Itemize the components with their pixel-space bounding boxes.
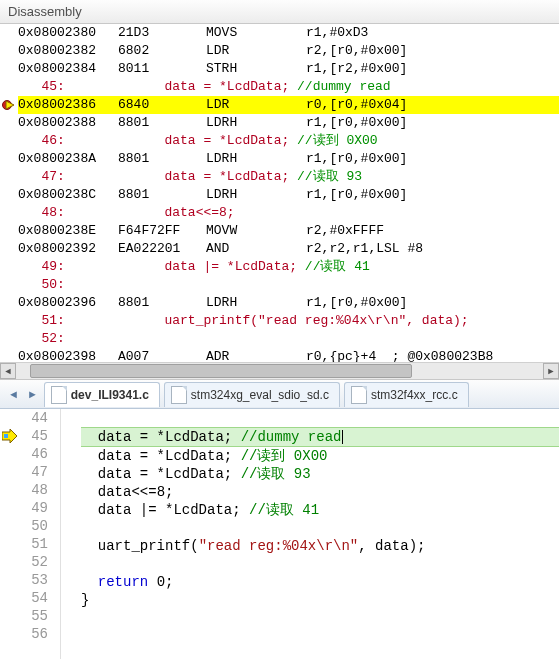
disasm-mnemonic: LDRH [206, 150, 306, 168]
disasm-operands: r1,[r0,#0x00] [306, 187, 407, 202]
disassembly-panel: 0x0800238021D3MOVSr1,#0xD30x080023826802… [0, 24, 559, 380]
disasm-src-line: 51: [41, 312, 125, 330]
code-line[interactable] [81, 555, 559, 573]
line-number: 47 [0, 463, 48, 481]
horizontal-scrollbar[interactable]: ◄ ► [0, 362, 559, 379]
disasm-src-line: 47: [41, 168, 125, 186]
code-line[interactable]: data = *LcdData; //读取 93 [81, 465, 559, 483]
disasm-operands: r1,[r0,#0x00] [306, 115, 407, 130]
disasm-operands: r1,#0xD3 [306, 25, 368, 40]
disasm-row[interactable]: 47: data = *LcdData; //读取 93 [18, 168, 559, 186]
line-number: 55 [0, 607, 48, 625]
code-line[interactable]: } [81, 591, 559, 609]
disasm-row[interactable]: 45: data = *LcdData; //dummy read [18, 78, 559, 96]
scroll-left-button[interactable]: ◄ [0, 363, 16, 379]
disasm-row[interactable]: 0x0800238EF64F72FFMOVWr2,#0xFFFF [18, 222, 559, 240]
code-line[interactable]: data<<=8; [81, 483, 559, 501]
disasm-row[interactable]: 52: [18, 330, 559, 348]
scroll-right-button[interactable]: ► [543, 363, 559, 379]
scroll-thumb[interactable] [30, 364, 412, 378]
code-line[interactable] [81, 519, 559, 537]
disasm-src-text: data = *LcdData; //读取 93 [164, 169, 362, 184]
line-number: 52 [0, 553, 48, 571]
disasm-row[interactable]: 0x080023888801LDRHr1,[r0,#0x00] [18, 114, 559, 132]
disasm-address: 0x08002388 [18, 114, 118, 132]
line-number: 51 [0, 535, 48, 553]
tab-stm32f4xx_rcc-c[interactable]: stm32f4xx_rcc.c [344, 382, 469, 407]
disasm-hex: EA022201 [118, 240, 206, 258]
disasm-row[interactable]: 49: data |= *LcdData; //读取 41 [18, 258, 559, 276]
disasm-row[interactable]: 48: data<<=8; [18, 204, 559, 222]
disasm-address: 0x08002384 [18, 60, 118, 78]
disasm-row[interactable]: 51: uart_printf("read reg:%04x\r\n", dat… [18, 312, 559, 330]
disasm-row[interactable]: 0x0800238021D3MOVSr1,#0xD3 [18, 24, 559, 42]
disasm-hex: 21D3 [118, 24, 206, 42]
disasm-src-line: 48: [41, 204, 125, 222]
disasm-row[interactable]: 50: [18, 276, 559, 294]
disasm-row[interactable]: 0x080023968801LDRHr1,[r0,#0x00] [18, 294, 559, 312]
disasm-mnemonic: MOVS [206, 24, 306, 42]
disasm-address: 0x08002386 [18, 96, 118, 114]
disasm-operands: r1,[r0,#0x00] [306, 151, 407, 166]
code-line[interactable] [81, 409, 559, 427]
file-icon [171, 386, 187, 404]
line-number: 48 [0, 481, 48, 499]
line-number: 56 [0, 625, 48, 643]
editor-code[interactable]: data = *LcdData; //dummy read data = *Lc… [61, 409, 559, 659]
disasm-operands: r0,[r0,#0x04] [306, 97, 407, 112]
disasm-src-text: data = *LcdData; //读到 0X00 [164, 133, 377, 148]
disasm-row[interactable]: 0x080023848011STRHr1,[r2,#0x00] [18, 60, 559, 78]
disasm-row[interactable]: 0x08002392EA022201ANDr2,r2,r1,LSL #8 [18, 240, 559, 258]
disasm-row[interactable]: 0x0800238A8801LDRHr1,[r0,#0x00] [18, 150, 559, 168]
disassembly-panel-title: Disassembly [0, 0, 559, 24]
disasm-row[interactable]: 0x080023866840LDRr0,[r0,#0x04] [18, 96, 559, 114]
tab-dev_ili9341-c[interactable]: dev_ILI9341.c [44, 382, 160, 407]
code-line[interactable]: data = *LcdData; //读到 0X00 [81, 447, 559, 465]
disasm-row[interactable]: 0x0800238C8801LDRHr1,[r0,#0x00] [18, 186, 559, 204]
disasm-mnemonic: STRH [206, 60, 306, 78]
code-line[interactable] [81, 627, 559, 645]
code-line[interactable]: data = *LcdData; //dummy read [81, 427, 559, 447]
disasm-hex: 8801 [118, 294, 206, 312]
line-number: 46 [0, 445, 48, 463]
disasm-hex: 8801 [118, 150, 206, 168]
file-icon [51, 386, 67, 404]
disasm-mnemonic: LDRH [206, 294, 306, 312]
disasm-row[interactable]: 0x080023826802LDRr2,[r0,#0x00] [18, 42, 559, 60]
disasm-address: 0x0800238A [18, 150, 118, 168]
disasm-address: 0x0800238E [18, 222, 118, 240]
code-line[interactable]: return 0; [81, 573, 559, 591]
disasm-src-line: 45: [41, 78, 125, 96]
line-number: 49 [0, 499, 48, 517]
code-line[interactable]: data |= *LcdData; //读取 41 [81, 501, 559, 519]
disasm-operands: r1,[r2,#0x00] [306, 61, 407, 76]
disasm-src-text: data<<=8; [164, 205, 234, 220]
tab-label: stm32f4xx_rcc.c [371, 388, 458, 402]
line-number: 50 [0, 517, 48, 535]
disasm-src-text: data |= *LcdData; //读取 41 [164, 259, 369, 274]
tab-next-icon[interactable]: ► [25, 388, 40, 400]
code-line[interactable]: uart_printf("read reg:%04x\r\n", data); [81, 537, 559, 555]
disasm-row[interactable]: 46: data = *LcdData; //读到 0X00 [18, 132, 559, 150]
disasm-src-line: 50: [41, 276, 125, 294]
disasm-address: 0x08002392 [18, 240, 118, 258]
code-editor[interactable]: 44454647484950515253545556 data = *LcdDa… [0, 409, 559, 659]
disasm-address: 0x0800238C [18, 186, 118, 204]
disasm-hex: 8801 [118, 114, 206, 132]
code-line[interactable] [81, 609, 559, 627]
editor-gutter: 44454647484950515253545556 [0, 409, 61, 659]
tab-prev-icon[interactable]: ◄ [6, 388, 21, 400]
tab-stm324xg_eval_sdio_sd-c[interactable]: stm324xg_eval_sdio_sd.c [164, 382, 340, 407]
disasm-address: 0x08002382 [18, 42, 118, 60]
disasm-hex: 6802 [118, 42, 206, 60]
disasm-src-line: 52: [41, 330, 125, 348]
disasm-mnemonic: LDRH [206, 186, 306, 204]
tab-label: stm324xg_eval_sdio_sd.c [191, 388, 329, 402]
disasm-hex: 8011 [118, 60, 206, 78]
disasm-mnemonic: MOVW [206, 222, 306, 240]
text-caret [342, 430, 343, 444]
disasm-hex: 8801 [118, 186, 206, 204]
disasm-mnemonic: LDR [206, 96, 306, 114]
disasm-operands: r1,[r0,#0x00] [306, 295, 407, 310]
disasm-src-line: 46: [41, 132, 125, 150]
